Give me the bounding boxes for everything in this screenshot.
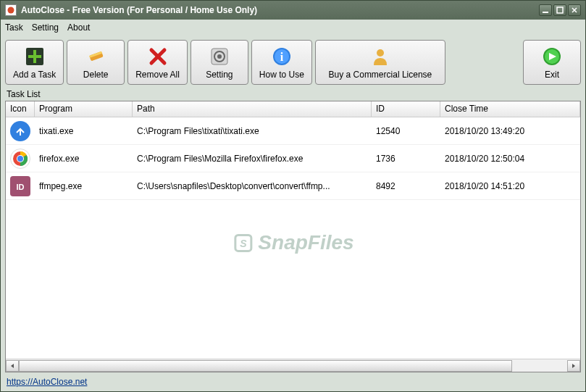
website-link[interactable]: https://AutoClose.net xyxy=(5,377,581,387)
minimize-button[interactable] xyxy=(539,4,552,16)
add-task-label: Add a Task xyxy=(13,70,56,80)
task-table: Icon Program Path ID Close Time tixati.e… xyxy=(5,101,581,372)
setting-label: Setting xyxy=(206,70,233,80)
window-title: AutoClose - Free Version (For Personal /… xyxy=(21,5,539,15)
cell-program: tixati.exe xyxy=(35,124,133,138)
svg-point-14 xyxy=(217,54,222,59)
eraser-icon xyxy=(84,45,107,68)
watermark-text: SnapFiles xyxy=(258,231,353,254)
svg-rect-2 xyxy=(557,7,563,13)
cell-path: C:\Program Files\tixati\tixati.exe xyxy=(133,124,372,138)
setting-button[interactable]: Setting xyxy=(191,40,248,85)
svg-rect-1 xyxy=(543,12,548,13)
svg-rect-7 xyxy=(28,55,41,58)
svg-point-0 xyxy=(8,7,14,14)
svg-point-23 xyxy=(17,156,23,162)
table-body: tixati.exe C:\Program Files\tixati\tixat… xyxy=(6,117,580,359)
column-icon[interactable]: Icon xyxy=(6,101,35,117)
titlebar: AutoClose - Free Version (For Personal /… xyxy=(1,1,585,20)
svg-rect-25 xyxy=(235,235,251,251)
table-row[interactable]: tixati.exe C:\Program Files\tixati\tixat… xyxy=(6,117,580,145)
ffmpeg-icon: ID xyxy=(10,176,30,196)
cell-id: 8492 xyxy=(372,179,440,193)
menubar: Task Setting About xyxy=(1,20,585,36)
scroll-left-button[interactable] xyxy=(6,360,19,372)
cell-closetime: 2018/10/20 13:49:20 xyxy=(440,124,580,138)
cell-path: C:\Users\snapfiles\Desktop\convert\conve… xyxy=(133,179,372,193)
cell-program: ffmpeg.exe xyxy=(35,179,133,193)
cell-closetime: 2018/10/20 14:51:20 xyxy=(440,179,580,193)
maximize-button[interactable] xyxy=(553,4,566,16)
cell-program: firefox.exe xyxy=(35,151,133,166)
exit-button[interactable]: Exit xyxy=(523,40,581,85)
column-path[interactable]: Path xyxy=(133,101,372,117)
cell-path: C:\Program Files\Mozilla Firefox\firefox… xyxy=(133,151,372,166)
scroll-thumb[interactable] xyxy=(19,360,512,372)
chrome-icon xyxy=(10,149,30,169)
toolbar: Add a Task Delete Remove All Setting xyxy=(5,40,581,85)
table-row[interactable]: ID ffmpeg.exe C:\Users\snapfiles\Desktop… xyxy=(6,172,580,200)
how-to-use-label: How to Use xyxy=(259,70,304,80)
horizontal-scrollbar[interactable] xyxy=(6,359,580,372)
remove-all-label: Remove All xyxy=(135,70,180,80)
info-icon: i xyxy=(270,45,293,68)
column-program[interactable]: Program xyxy=(35,101,133,117)
close-button[interactable] xyxy=(568,4,581,16)
app-window: AutoClose - Free Version (For Personal /… xyxy=(0,0,586,392)
svg-point-18 xyxy=(377,49,384,57)
delete-button[interactable]: Delete xyxy=(67,40,125,85)
column-closetime[interactable]: Close Time xyxy=(440,101,580,117)
task-list-label: Task List xyxy=(7,89,581,99)
plus-icon xyxy=(23,45,46,68)
app-icon xyxy=(5,4,17,16)
exit-icon xyxy=(540,45,564,68)
watermark: S SnapFiles xyxy=(232,231,353,254)
tixati-icon xyxy=(10,121,30,141)
menu-about[interactable]: About xyxy=(67,22,90,33)
svg-text:i: i xyxy=(280,51,284,63)
cell-closetime: 2018/10/20 12:50:04 xyxy=(440,151,580,166)
exit-label: Exit xyxy=(545,70,559,80)
svg-text:S: S xyxy=(240,238,247,249)
cell-id: 1736 xyxy=(372,151,440,166)
add-task-button[interactable]: Add a Task xyxy=(5,40,64,85)
table-header: Icon Program Path ID Close Time xyxy=(6,101,580,117)
x-icon xyxy=(146,45,169,68)
menu-task[interactable]: Task xyxy=(5,22,23,33)
person-icon xyxy=(369,45,392,68)
scroll-track[interactable] xyxy=(19,360,567,372)
column-id[interactable]: ID xyxy=(372,101,440,117)
svg-text:ID: ID xyxy=(17,183,25,191)
delete-label: Delete xyxy=(83,70,109,80)
cell-id: 12540 xyxy=(372,124,440,138)
how-to-use-button[interactable]: i How to Use xyxy=(251,40,312,85)
content-area: Add a Task Delete Remove All Setting xyxy=(1,36,585,391)
menu-setting[interactable]: Setting xyxy=(32,22,59,33)
buy-license-label: Buy a Commercial License xyxy=(329,70,432,80)
remove-all-button[interactable]: Remove All xyxy=(127,40,188,85)
scroll-right-button[interactable] xyxy=(567,360,580,372)
buy-license-button[interactable]: Buy a Commercial License xyxy=(315,40,445,85)
table-row[interactable]: firefox.exe C:\Program Files\Mozilla Fir… xyxy=(6,145,580,172)
gear-icon xyxy=(208,45,231,68)
